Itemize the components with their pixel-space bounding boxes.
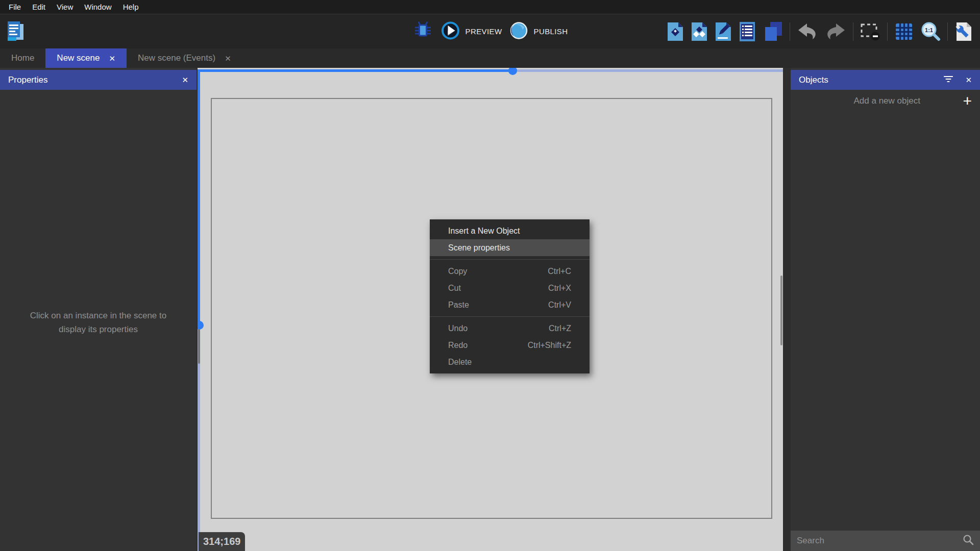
toolbar-center-group: PREVIEW PUBLISH xyxy=(412,14,568,48)
preview-label: PREVIEW xyxy=(465,27,502,36)
selection-border-left xyxy=(198,69,200,325)
tab-new-scene-events-label: New scene (Events) xyxy=(138,53,215,63)
context-menu-item-redo: Redo Ctrl+Shift+Z xyxy=(430,337,590,354)
menu-item-label: Copy xyxy=(448,267,467,276)
tab-new-scene[interactable]: New scene ✕ xyxy=(45,48,127,68)
menu-window[interactable]: Window xyxy=(79,0,117,14)
menu-edit[interactable]: Edit xyxy=(27,0,51,14)
grid-icon[interactable] xyxy=(894,22,914,41)
toolbar-separator xyxy=(887,22,888,41)
publish-button[interactable]: PUBLISH xyxy=(509,21,568,42)
menu-item-label: Undo xyxy=(448,324,468,333)
selection-border-top-faded xyxy=(513,69,783,72)
scene-properties-pencil-icon[interactable] xyxy=(715,21,732,42)
toolbar-separator xyxy=(853,22,853,41)
redo-icon[interactable] xyxy=(825,22,846,41)
context-menu-item-insert-object[interactable]: Insert a New Object xyxy=(430,222,590,239)
context-menu-item-copy: Copy Ctrl+C xyxy=(430,263,590,280)
canvas-scrollbar-right[interactable] xyxy=(780,276,782,345)
menu-file[interactable]: File xyxy=(3,0,27,14)
publish-globe-icon xyxy=(509,21,528,42)
properties-empty-message: Click on an instance in the scene to dis… xyxy=(19,309,178,336)
toolbar-separator xyxy=(790,22,790,41)
objects-panel-title: Objects xyxy=(799,75,932,85)
menu-item-label: Cut xyxy=(448,284,461,293)
layers-icon[interactable] xyxy=(763,21,783,42)
context-menu-separator xyxy=(430,316,590,317)
instances-list-icon[interactable] xyxy=(739,21,756,42)
menu-item-shortcut: Ctrl+Z xyxy=(549,324,571,333)
debugger-bug-icon xyxy=(412,20,434,43)
context-menu-item-delete: Delete xyxy=(430,354,590,370)
filter-icon[interactable] xyxy=(944,76,953,84)
menu-item-shortcut: Ctrl+X xyxy=(548,284,571,293)
context-menu-item-scene-properties[interactable]: Scene properties xyxy=(430,239,590,256)
debugger-button[interactable] xyxy=(412,20,434,43)
publish-label: PUBLISH xyxy=(533,27,568,36)
menu-item-shortcut: Ctrl+Shift+Z xyxy=(528,341,571,350)
properties-panel-header: Properties ✕ xyxy=(0,70,197,90)
search-icon xyxy=(963,534,974,547)
menu-item-label: Scene properties xyxy=(448,243,510,253)
canvas-scrollbar-left[interactable] xyxy=(198,329,200,364)
properties-panel-title: Properties xyxy=(8,75,169,85)
object-groups-icon[interactable] xyxy=(691,21,708,42)
objects-editor-icon[interactable] xyxy=(667,21,684,42)
tab-new-scene-events[interactable]: New scene (Events) ✕ xyxy=(127,48,242,68)
context-menu-item-undo: Undo Ctrl+Z xyxy=(430,320,590,337)
tab-close-icon[interactable]: ✕ xyxy=(109,54,115,62)
menu-item-label: Redo xyxy=(448,341,468,350)
main-area: Properties ✕ Click on an instance in the… xyxy=(0,68,980,551)
context-menu-separator xyxy=(430,259,590,260)
objects-search-input[interactable] xyxy=(797,536,959,546)
menu-view[interactable]: View xyxy=(51,0,79,14)
context-menu-item-cut: Cut Ctrl+X xyxy=(430,280,590,296)
zoom-original-icon[interactable]: 1:1 xyxy=(920,21,941,42)
properties-panel: Properties ✕ Click on an instance in the… xyxy=(0,68,197,551)
menu-item-label: Insert a New Object xyxy=(448,227,520,236)
preview-play-icon xyxy=(441,21,460,42)
menu-item-label: Delete xyxy=(448,358,472,367)
objects-panel-header: Objects ✕ xyxy=(791,70,980,90)
toolbar-separator xyxy=(947,22,948,41)
menu-item-label: Paste xyxy=(448,300,469,310)
project-manager-button[interactable] xyxy=(6,20,27,43)
scene-settings-wrench-icon[interactable] xyxy=(954,21,973,42)
toolbar-right-group: 1:1 xyxy=(667,14,973,48)
toolbar: PREVIEW PUBLISH xyxy=(0,14,980,48)
add-object-label: Add a new object xyxy=(799,96,963,106)
context-menu-item-paste: Paste Ctrl+V xyxy=(430,296,590,313)
preview-button[interactable]: PREVIEW xyxy=(441,21,502,42)
context-menu: Insert a New Object Scene properties Cop… xyxy=(430,219,590,373)
menu-help[interactable]: Help xyxy=(117,0,144,14)
add-object-row[interactable]: Add a new object + xyxy=(791,90,980,112)
tab-home-label: Home xyxy=(11,53,34,63)
tab-bar: Home New scene ✕ New scene (Events) ✕ xyxy=(0,48,980,68)
tab-new-scene-label: New scene xyxy=(57,53,100,63)
objects-search-bar xyxy=(791,531,980,551)
tab-home[interactable]: Home xyxy=(0,48,45,68)
selection-border-top xyxy=(198,69,513,72)
selection-handle-left[interactable] xyxy=(198,321,204,330)
tab-close-icon[interactable]: ✕ xyxy=(225,54,231,62)
cursor-coordinates-badge: 314;169 xyxy=(199,532,245,551)
close-icon[interactable]: ✕ xyxy=(965,76,972,85)
menu-item-shortcut: Ctrl+C xyxy=(548,267,571,276)
project-manager-icon xyxy=(6,36,27,44)
add-object-plus-icon[interactable]: + xyxy=(963,93,972,109)
menu-item-shortcut: Ctrl+V xyxy=(548,300,571,310)
undo-icon[interactable] xyxy=(797,22,818,41)
svg-text:1:1: 1:1 xyxy=(925,27,933,33)
selection-handle-top[interactable] xyxy=(508,68,517,75)
menu-bar: File Edit View Window Help xyxy=(0,0,980,14)
clear-selection-icon[interactable] xyxy=(860,22,880,41)
objects-panel: Objects ✕ Add a new object + xyxy=(791,68,980,551)
close-icon[interactable]: ✕ xyxy=(182,76,188,85)
scene-canvas[interactable]: 314;169 Insert a New Object Scene proper… xyxy=(198,68,783,551)
